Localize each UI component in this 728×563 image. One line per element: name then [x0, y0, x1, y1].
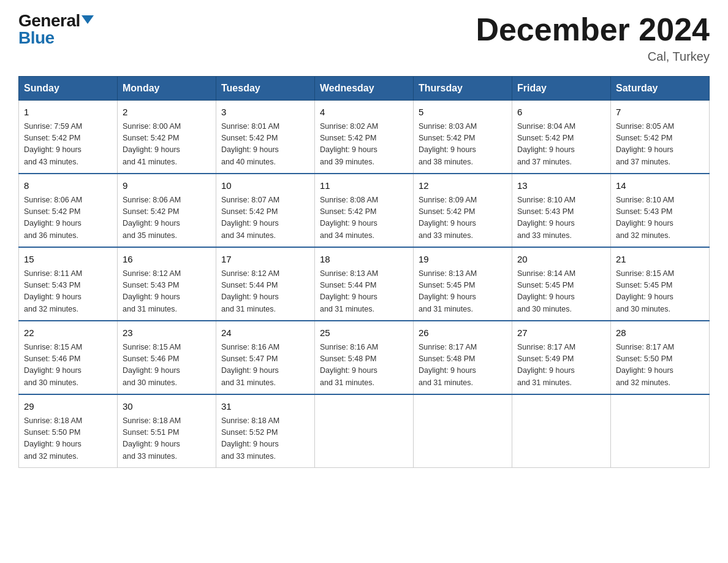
calendar-cell: 29Sunrise: 8:18 AMSunset: 5:50 PMDayligh… — [19, 394, 118, 468]
day-info: Sunrise: 8:16 AMSunset: 5:47 PMDaylight:… — [221, 342, 309, 389]
calendar-cell: 22Sunrise: 8:15 AMSunset: 5:46 PMDayligh… — [19, 321, 118, 394]
day-info: Sunrise: 8:01 AMSunset: 5:42 PMDaylight:… — [221, 121, 309, 169]
calendar-cell: 28Sunrise: 8:17 AMSunset: 5:50 PMDayligh… — [611, 321, 710, 394]
calendar-cell: 16Sunrise: 8:12 AMSunset: 5:43 PMDayligh… — [118, 247, 216, 321]
day-info: Sunrise: 8:10 AMSunset: 5:43 PMDaylight:… — [517, 194, 605, 242]
calendar-cell: 11Sunrise: 8:08 AMSunset: 5:42 PMDayligh… — [315, 174, 414, 247]
calendar-cell: 20Sunrise: 8:14 AMSunset: 5:45 PMDayligh… — [512, 247, 611, 321]
calendar-cell — [611, 394, 710, 468]
day-number: 24 — [221, 326, 309, 340]
logo: General Blue — [18, 12, 94, 47]
day-info: Sunrise: 8:00 AMSunset: 5:42 PMDaylight:… — [123, 121, 211, 169]
day-number: 17 — [221, 253, 309, 267]
page-header: General Blue December 2024 Cal, Turkey — [18, 12, 710, 64]
calendar-cell: 24Sunrise: 8:16 AMSunset: 5:47 PMDayligh… — [216, 321, 315, 394]
day-info: Sunrise: 8:15 AMSunset: 5:46 PMDaylight:… — [24, 342, 112, 389]
day-header-monday: Monday — [118, 77, 216, 101]
calendar-cell: 18Sunrise: 8:13 AMSunset: 5:44 PMDayligh… — [315, 247, 414, 321]
day-info: Sunrise: 8:05 AMSunset: 5:42 PMDaylight:… — [616, 121, 704, 169]
day-info: Sunrise: 8:12 AMSunset: 5:43 PMDaylight:… — [123, 268, 211, 316]
day-number: 25 — [320, 326, 408, 340]
calendar-cell: 3Sunrise: 8:01 AMSunset: 5:42 PMDaylight… — [216, 101, 315, 174]
calendar-cell: 8Sunrise: 8:06 AMSunset: 5:42 PMDaylight… — [19, 174, 118, 247]
day-number: 11 — [320, 179, 408, 193]
day-header-thursday: Thursday — [414, 77, 512, 101]
day-info: Sunrise: 8:04 AMSunset: 5:42 PMDaylight:… — [517, 121, 605, 169]
day-header-tuesday: Tuesday — [216, 77, 315, 101]
day-info: Sunrise: 8:17 AMSunset: 5:48 PMDaylight:… — [419, 342, 507, 389]
day-number: 7 — [616, 105, 704, 120]
calendar-cell: 30Sunrise: 8:18 AMSunset: 5:51 PMDayligh… — [118, 394, 216, 468]
month-title: December 2024 — [476, 12, 710, 47]
day-info: Sunrise: 8:14 AMSunset: 5:45 PMDaylight:… — [517, 268, 605, 316]
day-number: 31 — [221, 400, 309, 414]
day-info: Sunrise: 8:18 AMSunset: 5:51 PMDaylight:… — [123, 415, 211, 463]
day-header-friday: Friday — [512, 77, 611, 101]
day-info: Sunrise: 7:59 AMSunset: 5:42 PMDaylight:… — [24, 121, 112, 169]
calendar-cell: 2Sunrise: 8:00 AMSunset: 5:42 PMDaylight… — [118, 101, 216, 174]
title-section: December 2024 Cal, Turkey — [476, 12, 710, 64]
calendar-cell: 15Sunrise: 8:11 AMSunset: 5:43 PMDayligh… — [19, 247, 118, 321]
day-info: Sunrise: 8:02 AMSunset: 5:42 PMDaylight:… — [320, 121, 408, 169]
day-info: Sunrise: 8:16 AMSunset: 5:48 PMDaylight:… — [320, 342, 408, 389]
calendar-cell: 13Sunrise: 8:10 AMSunset: 5:43 PMDayligh… — [512, 174, 611, 247]
day-number: 12 — [419, 179, 507, 193]
day-info: Sunrise: 8:17 AMSunset: 5:50 PMDaylight:… — [616, 342, 704, 389]
day-header-sunday: Sunday — [19, 77, 118, 101]
day-info: Sunrise: 8:15 AMSunset: 5:45 PMDaylight:… — [616, 268, 704, 316]
calendar-cell: 17Sunrise: 8:12 AMSunset: 5:44 PMDayligh… — [216, 247, 315, 321]
calendar-cell: 7Sunrise: 8:05 AMSunset: 5:42 PMDaylight… — [611, 101, 710, 174]
day-info: Sunrise: 8:17 AMSunset: 5:49 PMDaylight:… — [517, 342, 605, 389]
day-info: Sunrise: 8:18 AMSunset: 5:52 PMDaylight:… — [221, 415, 309, 463]
calendar-cell: 23Sunrise: 8:15 AMSunset: 5:46 PMDayligh… — [118, 321, 216, 394]
day-number: 3 — [221, 105, 309, 120]
day-info: Sunrise: 8:18 AMSunset: 5:50 PMDaylight:… — [24, 415, 112, 463]
logo-triangle-icon — [82, 15, 94, 24]
day-info: Sunrise: 8:03 AMSunset: 5:42 PMDaylight:… — [419, 121, 507, 169]
day-number: 9 — [123, 179, 211, 193]
day-info: Sunrise: 8:12 AMSunset: 5:44 PMDaylight:… — [221, 268, 309, 316]
calendar-table: SundayMondayTuesdayWednesdayThursdayFrid… — [18, 76, 710, 468]
day-info: Sunrise: 8:07 AMSunset: 5:42 PMDaylight:… — [221, 194, 309, 242]
day-header-saturday: Saturday — [611, 77, 710, 101]
day-number: 14 — [616, 179, 704, 193]
day-number: 18 — [320, 253, 408, 267]
day-number: 22 — [24, 326, 112, 340]
day-number: 28 — [616, 326, 704, 340]
calendar-cell: 14Sunrise: 8:10 AMSunset: 5:43 PMDayligh… — [611, 174, 710, 247]
day-number: 2 — [123, 105, 211, 120]
calendar-cell: 9Sunrise: 8:06 AMSunset: 5:42 PMDaylight… — [118, 174, 216, 247]
calendar-cell: 19Sunrise: 8:13 AMSunset: 5:45 PMDayligh… — [414, 247, 512, 321]
calendar-cell — [414, 394, 512, 468]
day-info: Sunrise: 8:06 AMSunset: 5:42 PMDaylight:… — [24, 194, 112, 242]
day-number: 30 — [123, 400, 211, 414]
day-number: 1 — [24, 105, 112, 120]
location: Cal, Turkey — [476, 50, 710, 64]
calendar-cell: 21Sunrise: 8:15 AMSunset: 5:45 PMDayligh… — [611, 247, 710, 321]
day-info: Sunrise: 8:08 AMSunset: 5:42 PMDaylight:… — [320, 194, 408, 242]
day-number: 23 — [123, 326, 211, 340]
calendar-cell: 25Sunrise: 8:16 AMSunset: 5:48 PMDayligh… — [315, 321, 414, 394]
day-number: 29 — [24, 400, 112, 414]
calendar-cell: 27Sunrise: 8:17 AMSunset: 5:49 PMDayligh… — [512, 321, 611, 394]
day-number: 13 — [517, 179, 605, 193]
day-number: 10 — [221, 179, 309, 193]
calendar-cell: 6Sunrise: 8:04 AMSunset: 5:42 PMDaylight… — [512, 101, 611, 174]
calendar-cell — [512, 394, 611, 468]
day-info: Sunrise: 8:13 AMSunset: 5:45 PMDaylight:… — [419, 268, 507, 316]
day-number: 15 — [24, 253, 112, 267]
day-number: 19 — [419, 253, 507, 267]
day-number: 27 — [517, 326, 605, 340]
day-number: 8 — [24, 179, 112, 193]
day-info: Sunrise: 8:13 AMSunset: 5:44 PMDaylight:… — [320, 268, 408, 316]
day-number: 5 — [419, 105, 507, 120]
day-info: Sunrise: 8:09 AMSunset: 5:42 PMDaylight:… — [419, 194, 507, 242]
day-number: 16 — [123, 253, 211, 267]
calendar-cell: 26Sunrise: 8:17 AMSunset: 5:48 PMDayligh… — [414, 321, 512, 394]
day-number: 6 — [517, 105, 605, 120]
day-info: Sunrise: 8:11 AMSunset: 5:43 PMDaylight:… — [24, 268, 112, 316]
day-info: Sunrise: 8:15 AMSunset: 5:46 PMDaylight:… — [123, 342, 211, 389]
calendar-cell: 5Sunrise: 8:03 AMSunset: 5:42 PMDaylight… — [414, 101, 512, 174]
day-number: 26 — [419, 326, 507, 340]
calendar-cell — [315, 394, 414, 468]
